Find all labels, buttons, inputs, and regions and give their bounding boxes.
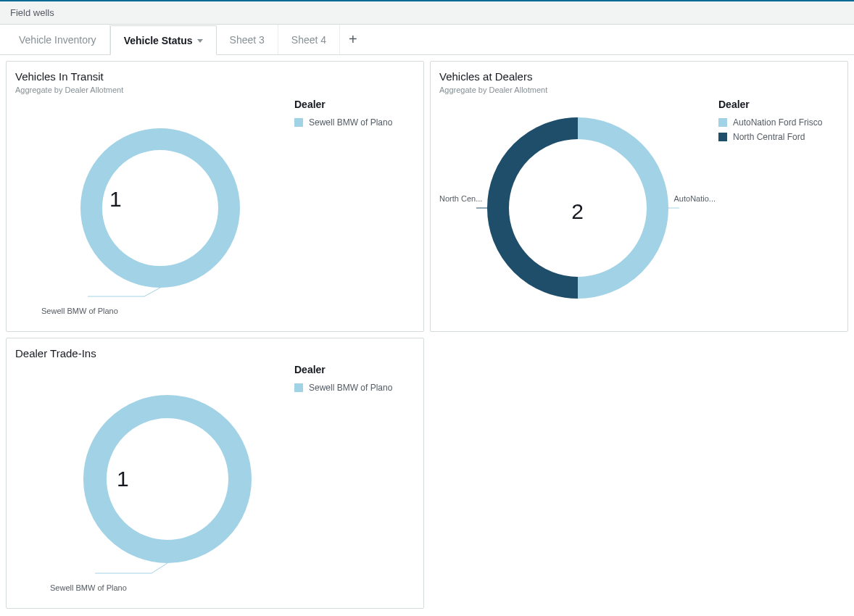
donut-svg [59,107,247,317]
add-sheet-button[interactable]: + [340,31,366,48]
tab-vehicle-inventory[interactable]: Vehicle Inventory [6,25,110,54]
card-subtitle: Aggregate by Dealer Allotment [15,86,415,94]
legend-item[interactable]: Sewell BMW of Plano [294,117,412,128]
legend-swatch [718,118,727,127]
donut-callout-label: Sewell BMW of Plano [50,583,127,592]
legend: Dealer Sewell BMW of Plano [291,359,415,605]
chevron-down-icon[interactable] [197,39,203,43]
tab-label: Vehicle Inventory [19,34,96,46]
tab-sheet-3[interactable]: Sheet 3 [217,25,278,54]
legend-swatch [718,133,727,141]
card-title: Vehicles In Transit [15,70,415,83]
tab-label: Sheet 3 [230,34,265,46]
tab-vehicle-status[interactable]: Vehicle Status [110,25,217,55]
donut-chart[interactable]: 1 Sewell BMW of Plano [15,94,291,328]
donut-chart[interactable]: 2 North Cen... AutoNatio... [439,94,716,328]
svg-line-1 [144,288,160,296]
donut-callout-left: North Cen... [439,194,482,203]
legend: Dealer Sewell BMW of Plano [291,94,415,328]
card-vehicles-at-dealers[interactable]: Vehicles at Dealers Aggregate by Dealer … [430,61,848,332]
donut-chart[interactable]: 1 Sewell BMW of Plano [15,359,291,605]
empty-cell [430,338,848,609]
legend-item[interactable]: Sewell BMW of Plano [294,383,412,393]
legend: Dealer AutoNation Ford Frisco North Cent… [716,94,839,328]
donut-callout-label: Sewell BMW of Plano [41,307,118,315]
legend-title: Dealer [294,99,412,110]
field-wells-bar[interactable]: Field wells [0,1,854,25]
legend-swatch [294,383,303,392]
dashboard-body[interactable]: Vehicles In Transit Aggregate by Dealer … [0,55,854,613]
legend-label: AutoNation Ford Frisco [733,117,822,128]
card-vehicles-in-transit[interactable]: Vehicles In Transit Aggregate by Dealer … [6,61,424,332]
field-wells-label: Field wells [10,7,54,18]
donut-svg [66,370,254,595]
legend-title: Dealer [718,99,836,110]
plus-icon: + [349,31,357,48]
card-subtitle: Aggregate by Dealer Allotment [439,86,839,94]
tab-label: Sheet 4 [291,34,326,46]
legend-label: Sewell BMW of Plano [309,117,392,128]
legend-item[interactable]: AutoNation Ford Frisco [718,117,836,128]
tab-sheet-4[interactable]: Sheet 4 [278,25,340,54]
tab-label: Vehicle Status [124,35,193,46]
donut-center-value: 1 [109,187,122,212]
legend-title: Dealer [294,364,412,375]
donut-center-value: 1 [117,467,129,491]
legend-swatch [294,118,303,127]
card-dealer-trade-ins[interactable]: Dealer Trade-Ins 1 Sewell BMW of Plano D… [6,338,424,609]
donut-callout-right: AutoNatio... [674,194,716,203]
legend-label: Sewell BMW of Plano [309,383,392,393]
card-title: Vehicles at Dealers [439,70,839,83]
legend-label: North Central Ford [733,132,805,142]
donut-center-value: 2 [571,199,584,224]
svg-line-6 [152,563,167,573]
card-title: Dealer Trade-Ins [15,347,415,359]
sheet-tabs: Vehicle Inventory Vehicle Status Sheet 3… [0,25,854,55]
legend-item[interactable]: North Central Ford [718,132,836,142]
